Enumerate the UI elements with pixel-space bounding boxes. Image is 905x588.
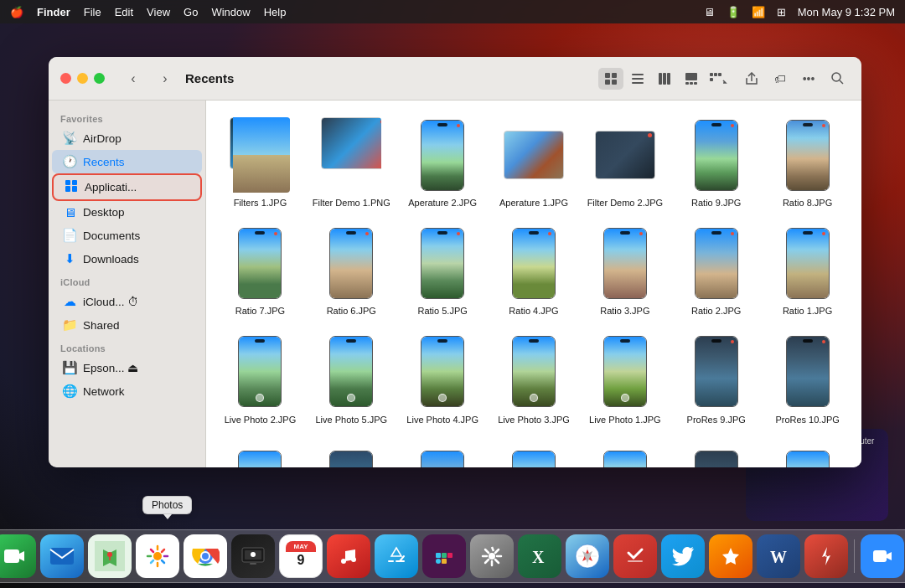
search-button[interactable] [825,68,850,90]
dock-item-excel[interactable]: X [518,534,561,578]
file-item[interactable]: Ratio 2.JPG [670,220,762,322]
file-item[interactable]: Ratio 9.JPG [670,112,762,214]
dock: MAY 9 [0,529,905,583]
gallery-view-button[interactable] [679,68,704,90]
group-view-button[interactable] [706,68,731,90]
svg-rect-0 [605,73,610,78]
sidebar-item-recents[interactable]: 🕐 Recents [52,150,202,173]
file-thumbnail [595,442,655,467]
list-view-button[interactable] [625,68,650,90]
sidebar-item-desktop[interactable]: 🖥 Desktop [52,201,202,224]
sidebar-item-downloads[interactable]: ⬇ Downloads [52,247,202,271]
svg-line-51 [151,560,153,563]
tag-button[interactable]: 🏷 [768,68,793,90]
dock-item-reeder[interactable] [709,534,752,578]
icon-view-button[interactable] [598,68,623,90]
file-item[interactable]: Live Photo 2.JPG [215,329,306,431]
file-item[interactable] [306,437,397,467]
svg-rect-14 [710,73,713,76]
svg-rect-58 [250,563,256,565]
icloud-label: iCloud [49,271,205,290]
dock-item-slack[interactable] [422,534,466,578]
file-name: Ratio 2.JPG [691,305,741,317]
svg-rect-23 [72,186,77,192]
sidebar-item-documents[interactable]: 📄 Documents [52,224,202,247]
dock-item-music[interactable] [327,534,370,578]
sidebar-item-network[interactable]: 🌐 Network [52,379,202,403]
file-item[interactable]: Ratio 6.JPG [306,220,397,322]
epson-icon: 💾 [62,360,77,375]
file-name: Live Photo 1.JPG [589,414,661,426]
dock-item-spark[interactable] [804,534,848,578]
menu-file[interactable]: File [84,6,101,18]
file-item[interactable]: Ratio 1.JPG [762,220,853,322]
file-item[interactable]: Live Photo 4.JPG [397,329,489,431]
apple-menu[interactable]: 🍎 [10,6,23,18]
file-item[interactable]: Filter Demo 1.PNG [306,112,397,214]
file-name: Filter Demo 1.PNG [313,197,390,209]
menu-view[interactable]: View [147,6,170,18]
file-thumbnail [230,334,290,410]
file-item[interactable]: Ratio 7.JPG [215,220,306,322]
dock-item-todoist[interactable] [613,534,657,578]
sidebar-item-epson[interactable]: 💾 Epson... ⏏ [52,356,202,379]
dock-item-system-prefs[interactable] [470,534,514,578]
dock-item-safari[interactable] [566,534,609,578]
dock-item-mail[interactable] [40,534,84,578]
file-item[interactable]: Aperature 2.JPG [397,112,489,214]
file-item[interactable]: Ratio 4.JPG [489,220,580,322]
share-button[interactable] [739,68,764,90]
dock-item-maps[interactable] [88,534,132,578]
back-button[interactable]: ‹ [122,67,145,90]
dock-item-calendar[interactable]: MAY 9 [279,534,323,578]
dock-item-chrome[interactable] [184,534,227,578]
file-item[interactable]: Filter Demo 2.JPG [579,112,670,214]
control-center-icon[interactable]: ⊞ [777,6,786,18]
forward-button[interactable]: › [153,67,177,90]
svg-rect-40 [50,548,74,565]
file-item[interactable] [670,437,762,467]
menu-window[interactable]: Window [211,6,250,18]
file-item[interactable] [215,437,306,467]
menu-edit[interactable]: Edit [115,6,133,18]
sidebar-item-icloud[interactable]: ☁ iCloud... ⏱ [52,290,202,313]
file-item[interactable]: Live Photo 1.JPG [579,329,670,431]
more-button[interactable]: ••• [796,68,821,90]
maximize-button[interactable] [94,73,105,84]
file-item[interactable]: Live Photo 3.JPG [489,329,580,431]
file-item[interactable]: Filters 1.JPG [215,112,306,214]
file-item[interactable] [579,437,670,467]
file-item[interactable]: Ratio 3.JPG [579,220,670,322]
file-item[interactable] [397,437,489,467]
dock-item-photos[interactable] [136,534,179,578]
file-thumbnail [778,117,838,193]
dock-item-appletv[interactable] [231,534,275,578]
dock-item-twitter[interactable] [661,534,705,578]
sidebar-item-airdrop[interactable]: 📡 AirDrop [52,126,202,150]
file-item[interactable]: ProRes 10.JPG [762,329,853,431]
file-item[interactable]: ProRes 9.JPG [670,329,762,431]
dock-item-word[interactable]: W [757,534,800,578]
app-name[interactable]: Finder [37,6,70,18]
file-item[interactable]: Live Photo 5.JPG [306,329,397,431]
file-item[interactable]: Ratio 8.JPG [762,112,853,214]
dock-item-zoom[interactable] [861,534,904,578]
column-view-button[interactable] [652,68,677,90]
dock-item-facetime[interactable] [0,534,36,578]
file-item[interactable]: Aperature 1.JPG [489,112,580,214]
sidebar-item-shared[interactable]: 📁 Shared [52,313,202,337]
file-item[interactable]: Ratio 5.JPG [397,220,489,322]
svg-point-18 [832,73,840,81]
file-name: ProRes 9.JPG [687,414,746,426]
menu-help[interactable]: Help [264,6,287,18]
epson-label: Epson... ⏏ [83,361,138,374]
sidebar-item-applications[interactable]: Applicati... [52,173,202,201]
file-item[interactable] [489,437,580,467]
menu-go[interactable]: Go [184,6,198,18]
file-item[interactable] [762,437,853,467]
svg-rect-67 [442,553,447,558]
file-name: ProRes 10.JPG [775,414,839,426]
close-button[interactable] [60,73,71,84]
minimize-button[interactable] [77,73,88,84]
dock-item-appstore[interactable] [375,534,418,578]
